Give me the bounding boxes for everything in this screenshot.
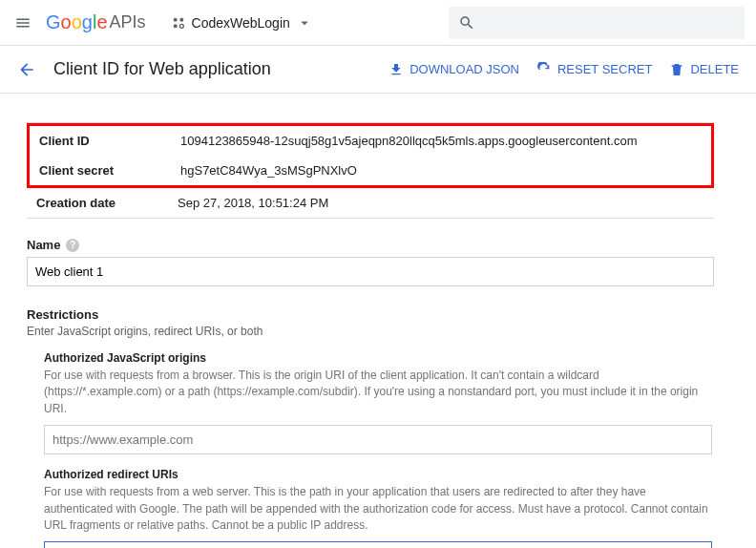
google-apis-logo[interactable]: Google APIs xyxy=(46,11,146,33)
redirect-uris-section: Authorized redirect URIs For use with re… xyxy=(44,468,712,548)
help-icon[interactable]: ? xyxy=(66,239,79,252)
restrictions-subheading: Enter JavaScript origins, redirect URIs,… xyxy=(27,325,729,338)
client-secret-label: Client secret xyxy=(39,163,180,178)
trash-icon xyxy=(669,62,684,77)
name-label: Name ? xyxy=(27,238,729,252)
back-arrow-icon[interactable] xyxy=(17,60,36,79)
chevron-down-icon xyxy=(296,14,313,32)
client-secret-row: Client secret hgS7etC84Wya_3sMSgPNXlvO xyxy=(30,156,711,185)
restrictions-heading: Restrictions xyxy=(27,307,729,322)
js-origins-input[interactable] xyxy=(44,425,712,454)
project-name: CodexWebLogin xyxy=(192,15,290,31)
redirect-uris-heading: Authorized redirect URIs xyxy=(44,468,712,481)
client-id-value: 1094123865948-12suqj58g1v5ajeqpn820llqcq… xyxy=(180,134,702,148)
content-area: Client ID 1094123865948-12suqj58g1v5ajeq… xyxy=(0,94,756,548)
search-input[interactable] xyxy=(449,7,745,39)
svg-point-1 xyxy=(179,17,183,21)
creation-date-label: Creation date xyxy=(36,196,178,210)
highlighted-credentials: Client ID 1094123865948-12suqj58g1v5ajeq… xyxy=(27,123,714,188)
redirect-uris-desc: For use with requests from a web server.… xyxy=(44,484,712,534)
js-origins-section: Authorized JavaScript origins For use wi… xyxy=(44,351,712,454)
name-input[interactable] xyxy=(27,257,714,286)
top-bar: Google APIs CodexWebLogin xyxy=(0,0,756,46)
creation-date-row: Creation date Sep 27, 2018, 10:51:24 PM xyxy=(27,188,714,218)
svg-point-3 xyxy=(179,24,183,28)
client-id-row: Client ID 1094123865948-12suqj58g1v5ajeq… xyxy=(30,126,711,156)
reset-secret-button[interactable]: RESET SECRET xyxy=(536,62,652,77)
page-title: Client ID for Web application xyxy=(53,59,371,79)
js-origins-heading: Authorized JavaScript origins xyxy=(44,351,712,365)
js-origins-desc: For use with requests from a browser. Th… xyxy=(44,368,712,417)
redirect-uri-input-filled[interactable]: http://localhost/codeigniter/user_authen… xyxy=(44,541,712,548)
download-json-button[interactable]: DOWNLOAD JSON xyxy=(388,62,519,77)
delete-button[interactable]: DELETE xyxy=(669,62,739,77)
project-selector[interactable]: CodexWebLogin xyxy=(171,14,313,32)
client-id-label: Client ID xyxy=(39,134,180,148)
apis-text: APIs xyxy=(110,12,146,32)
search-icon xyxy=(458,14,475,32)
creation-date-value: Sep 27, 2018, 10:51:24 PM xyxy=(178,196,704,210)
refresh-icon xyxy=(536,62,552,77)
download-icon xyxy=(388,62,404,77)
client-secret-value: hgS7etC84Wya_3sMSgPNXlvO xyxy=(180,163,702,178)
svg-point-0 xyxy=(173,17,177,21)
menu-icon[interactable] xyxy=(11,11,34,34)
sub-header: Client ID for Web application DOWNLOAD J… xyxy=(0,46,756,94)
project-icon xyxy=(171,15,186,31)
svg-point-2 xyxy=(173,24,177,28)
credentials-table: Client ID 1094123865948-12suqj58g1v5ajeq… xyxy=(27,122,714,219)
